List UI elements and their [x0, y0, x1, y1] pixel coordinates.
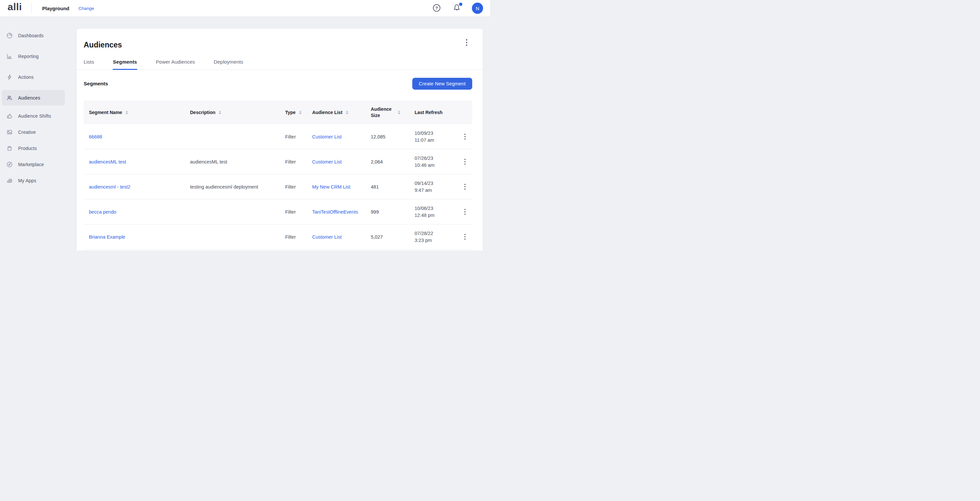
blocks-icon	[6, 177, 13, 184]
table-row: audiencesml - test2 testing audiencesml …	[84, 174, 472, 199]
column-label: Segment Name	[89, 109, 122, 116]
last-refresh-time: 11:07 am	[415, 137, 455, 144]
last-refresh-date: 10/06/23	[415, 205, 455, 212]
sidebar-item-my-apps[interactable]: My Apps	[2, 173, 65, 188]
segment-type: Filter	[285, 159, 312, 164]
sort-icon[interactable]	[298, 110, 302, 115]
last-refresh: 07/26/23 10:46 am	[415, 155, 458, 169]
page-title: Audiences	[84, 40, 122, 49]
segment-description: testing audiencesml deployment	[190, 184, 285, 190]
table-row: 66688 Filter Customer List 12,085 10/09/…	[84, 124, 472, 149]
last-refresh-date: 07/28/22	[415, 230, 455, 237]
page-menu-button[interactable]	[465, 38, 469, 47]
row-menu-button[interactable]	[463, 233, 467, 241]
last-refresh-time: 12:48 pm	[415, 212, 455, 219]
sidebar-item-audiences[interactable]: Audiences	[2, 90, 65, 105]
audience-list-link[interactable]: Customer List	[312, 134, 342, 139]
table-row: Brianna Example Filter Customer List 5,0…	[84, 225, 472, 249]
kebab-menu-icon	[464, 209, 465, 210]
segment-name-link[interactable]: Brianna Example	[89, 235, 125, 239]
user-avatar[interactable]: N	[472, 3, 483, 14]
audience-list-link[interactable]: My New CRM List	[312, 184, 350, 190]
notification-badge	[459, 3, 462, 6]
segment-type: Filter	[285, 134, 312, 139]
thumb-up-icon	[6, 113, 13, 119]
audience-list-link[interactable]: Customer List	[312, 235, 342, 239]
gauge-icon	[6, 32, 13, 39]
row-menu-button[interactable]	[463, 158, 467, 166]
sidebar-item-label: Creative	[18, 129, 36, 135]
compass-icon	[6, 161, 13, 168]
column-header-description[interactable]: Description	[190, 109, 285, 116]
last-refresh-time: 10:46 am	[415, 162, 455, 169]
last-refresh-date: 07/26/23	[415, 155, 455, 162]
audience-list-link[interactable]: TaniTestOfflineEvents	[312, 209, 358, 215]
table-body: 66688 Filter Customer List 12,085 10/09/…	[84, 124, 472, 249]
last-refresh-date: 10/09/23	[415, 130, 455, 137]
row-menu-button[interactable]	[463, 183, 467, 191]
sidebar-item-actions[interactable]: Actions	[2, 69, 65, 85]
section-title: Segments	[84, 81, 108, 87]
sidebar-item-label: Audience Shifts	[18, 113, 51, 119]
tab-lists[interactable]: Lists	[84, 59, 94, 70]
row-menu-button[interactable]	[463, 207, 467, 216]
last-refresh-date: 09/14/23	[415, 180, 455, 187]
last-refresh: 10/06/23 12:48 pm	[415, 205, 458, 219]
sidebar: Dashboards Reporting Actions Audiences A…	[0, 16, 69, 250]
column-header-type[interactable]: Type	[285, 109, 312, 116]
segment-name-link[interactable]: becca pendo	[89, 209, 116, 215]
bar-chart-icon	[6, 53, 13, 60]
sort-icon[interactable]	[397, 110, 401, 115]
column-label: Type	[285, 109, 296, 116]
segment-name-link[interactable]: audiencesml - test2	[89, 184, 130, 190]
audience-size: 481	[371, 184, 415, 190]
image-icon	[6, 129, 13, 136]
shopping-bag-icon	[6, 145, 13, 152]
sidebar-item-creative[interactable]: Creative	[2, 124, 65, 140]
last-refresh-time: 3:23 pm	[415, 237, 455, 244]
segment-name-link[interactable]: 66688	[89, 134, 102, 139]
sort-icon[interactable]	[345, 110, 349, 115]
sidebar-item-label: Dashboards	[18, 33, 44, 38]
sidebar-item-audience-shifts[interactable]: Audience Shifts	[2, 108, 65, 124]
tab-power-audiences[interactable]: Power Audiences	[156, 59, 195, 70]
audience-size: 5,027	[371, 235, 415, 239]
column-header-segment-name[interactable]: Segment Name	[84, 109, 190, 116]
help-button[interactable]: ?	[432, 4, 441, 13]
kebab-menu-icon	[464, 134, 465, 135]
tab-deployments[interactable]: Deployments	[214, 59, 243, 70]
segment-type: Filter	[285, 209, 312, 215]
segment-description: audiencesML test	[190, 159, 285, 164]
sidebar-item-marketplace[interactable]: Marketplace	[2, 156, 65, 172]
sort-icon[interactable]	[218, 110, 222, 115]
audience-size: 999	[371, 209, 415, 215]
column-header-audience-size[interactable]: Audience Size	[371, 106, 415, 119]
row-menu-button[interactable]	[463, 132, 467, 141]
create-new-segment-button[interactable]: Create New Segment	[412, 78, 472, 89]
sort-icon[interactable]	[125, 110, 129, 115]
table-row: audiencesML test audiencesML test Filter…	[84, 149, 472, 174]
top-bar: alli Playground Change ? N	[0, 0, 490, 17]
table-row: becca pendo Filter TaniTestOfflineEvents…	[84, 199, 472, 225]
column-header-audience-list[interactable]: Audience List	[312, 109, 371, 116]
column-label: Audience List	[312, 109, 342, 116]
column-label: Last Refresh	[415, 109, 442, 116]
audience-list-link[interactable]: Customer List	[312, 159, 342, 164]
notifications-button[interactable]	[452, 3, 462, 13]
tab-label: Segments	[113, 59, 137, 65]
active-tab-underline	[113, 69, 137, 70]
last-refresh: 09/14/23 9:47 am	[415, 180, 458, 194]
alli-logo[interactable]: alli	[8, 1, 22, 13]
svg-text:?: ?	[435, 6, 438, 11]
sidebar-item-label: Reporting	[18, 54, 39, 59]
segment-name-link[interactable]: audiencesML test	[89, 159, 126, 164]
column-header-last-refresh: Last Refresh	[415, 109, 458, 116]
sidebar-item-label: Actions	[18, 75, 33, 80]
people-icon	[6, 94, 13, 101]
tab-segments[interactable]: Segments	[113, 59, 137, 70]
sidebar-item-products[interactable]: Products	[2, 140, 65, 156]
sidebar-item-dashboards[interactable]: Dashboards	[2, 28, 65, 43]
workspace-name: Playground	[42, 6, 70, 11]
change-workspace-link[interactable]: Change	[79, 6, 94, 11]
sidebar-item-reporting[interactable]: Reporting	[2, 48, 65, 64]
